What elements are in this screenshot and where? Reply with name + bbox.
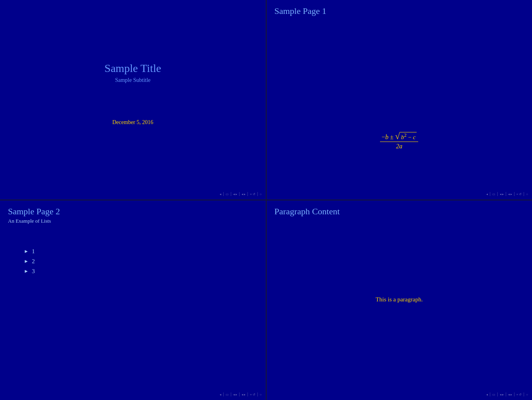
- math-container: −b ± √ b2 − c 2a: [267, 98, 532, 200]
- s3-nav-menu[interactable]: ≡: [250, 393, 252, 396]
- list-item-2-text: 2: [32, 258, 35, 265]
- list-item-3-text: 3: [32, 268, 35, 275]
- slide-1: Sample Title Sample Subtitle December 5,…: [0, 0, 266, 200]
- s3-sep-3: [239, 392, 240, 396]
- slide-4-nav: ◂ ▭ ◂ ▸ ◂ ▸ ≡ ↺ ○: [486, 392, 528, 396]
- nav-right-arr2[interactable]: ▸: [244, 192, 246, 196]
- slide-3: Sample Page 2 An Example of Lists ► 1 ► …: [0, 200, 266, 400]
- s3-nav-left[interactable]: ◂: [220, 393, 221, 396]
- s4-nav-r1[interactable]: ▸: [502, 393, 504, 396]
- nav-loop-icon[interactable]: ↺: [253, 192, 255, 196]
- list-bullet-3: ►: [24, 268, 29, 274]
- nav-menu-icon[interactable]: ≡: [250, 192, 252, 196]
- slide-4-paragraph: This is a paragraph.: [275, 296, 524, 319]
- s3-nav-frame[interactable]: ▭: [226, 393, 229, 396]
- s2-nav-l3[interactable]: ◂: [508, 192, 510, 196]
- s2-nav-loop[interactable]: ↺: [519, 192, 522, 196]
- s3-nav-r1[interactable]: ▸: [236, 393, 237, 396]
- math-denominator: 2a: [394, 142, 404, 150]
- s2-nav-l2[interactable]: ◂: [500, 192, 501, 196]
- nav-sep-3: [239, 192, 240, 196]
- slide-3-footer: ◂ ▭ ◂ ▸ ◂ ▸ ≡ ↺ ○: [0, 389, 266, 400]
- s2-nav-r2[interactable]: ▸: [511, 192, 512, 196]
- slide-4-content: Paragraph Content This is a paragraph.: [267, 200, 532, 400]
- nav-sep-1: [223, 192, 224, 196]
- nav-right-arr1[interactable]: ▸: [236, 192, 237, 196]
- math-fraction: −b ± √ b2 − c 2a: [380, 132, 418, 150]
- slide-4: Paragraph Content This is a paragraph. ◂…: [267, 200, 532, 400]
- s2-sep-3: [506, 192, 506, 196]
- s4-sep-1: [490, 392, 490, 396]
- slide-3-subtitle: An Example of Lists: [8, 218, 258, 224]
- s2-sep-1: [490, 192, 490, 196]
- list-bullet-1: ►: [24, 249, 29, 254]
- slide-1-nav: ◂ ▭ ◂ ▸ ◂ ▸ ≡ ↺ ○: [220, 192, 261, 196]
- slide-2-footer: ◂ ▭ ◂ ▸ ◂ ▸ ≡ ↺ ○: [267, 188, 532, 200]
- math-formula: −b ± √ b2 − c 2a: [380, 132, 418, 150]
- s4-nav-loop[interactable]: ↺: [519, 393, 522, 396]
- s3-sep-5: [257, 392, 258, 396]
- nav-sep-2: [231, 192, 231, 196]
- slide-1-footer: ◂ ▭ ◂ ▸ ◂ ▸ ≡ ↺ ○: [0, 188, 266, 200]
- slide-2: Sample Page 1 −b ± √ b2 − c 2a ◂ ▭ ◂ ▸: [267, 0, 532, 200]
- s4-nav-l2[interactable]: ◂: [500, 393, 501, 396]
- s2-nav-r1[interactable]: ▸: [502, 192, 504, 196]
- slide-3-nav: ◂ ▭ ◂ ▸ ◂ ▸ ≡ ↺ ○: [220, 392, 261, 396]
- slide-3-header: Sample Page 2 An Example of Lists: [8, 206, 258, 224]
- slide-1-date: December 5, 2016: [112, 119, 153, 126]
- s4-nav-frame[interactable]: ▭: [492, 393, 495, 396]
- math-numerator: −b ± √ b2 − c: [380, 132, 418, 142]
- s4-sep-2: [497, 392, 498, 396]
- nav-sep-5: [257, 192, 258, 196]
- sqrt-symbol: √: [395, 132, 400, 141]
- s4-sep-4: [514, 392, 514, 396]
- slide-4-title: Paragraph Content: [275, 206, 524, 217]
- nav-sep-4: [247, 192, 248, 196]
- s3-nav-r2[interactable]: ▸: [244, 393, 246, 396]
- s4-sep-3: [506, 392, 506, 396]
- slide-3-content: Sample Page 2 An Example of Lists ► 1 ► …: [0, 200, 266, 400]
- s2-sep-5: [524, 192, 524, 196]
- slide-2-content: Sample Page 1: [267, 0, 532, 98]
- s2-nav-menu[interactable]: ≡: [516, 192, 518, 196]
- s3-nav-loop[interactable]: ↺: [253, 393, 255, 396]
- list-bullet-2: ►: [24, 258, 29, 264]
- slide-2-title: Sample Page 1: [275, 6, 524, 16]
- s4-nav-circle[interactable]: ○: [526, 393, 528, 396]
- list-items-container: ► 1 ► 2 ► 3: [24, 248, 258, 275]
- slide-4-footer: ◂ ▭ ◂ ▸ ◂ ▸ ≡ ↺ ○: [267, 389, 532, 400]
- nav-left-arrow[interactable]: ◂: [220, 192, 221, 196]
- s4-nav-left[interactable]: ◂: [486, 393, 488, 396]
- s3-sep-4: [247, 392, 248, 396]
- s3-sep-2: [231, 392, 231, 396]
- list-item-1: ► 1: [24, 248, 258, 255]
- nav-frame-icon[interactable]: ▭: [226, 192, 229, 196]
- s2-nav-circle[interactable]: ○: [526, 192, 528, 196]
- slide-1-subtitle: Sample Subtitle: [115, 77, 150, 83]
- nav-left-arr3[interactable]: ◂: [242, 192, 243, 196]
- slide-2-nav: ◂ ▭ ◂ ▸ ◂ ▸ ≡ ↺ ○: [486, 192, 528, 196]
- sqrt-wrapper: √ b2 − c: [395, 132, 417, 141]
- slide-3-title: Sample Page 2: [8, 206, 258, 217]
- list-item-2: ► 2: [24, 258, 258, 265]
- s4-nav-l3[interactable]: ◂: [508, 393, 510, 396]
- slide-1-title: Sample Title: [105, 62, 161, 75]
- list-item-1-text: 1: [32, 248, 35, 255]
- s3-nav-circle[interactable]: ○: [260, 393, 262, 396]
- s2-nav-left[interactable]: ◂: [486, 192, 488, 196]
- list-item-3: ► 3: [24, 268, 258, 275]
- s2-sep-4: [514, 192, 514, 196]
- s2-sep-2: [497, 192, 498, 196]
- s4-sep-5: [524, 392, 524, 396]
- s4-nav-menu[interactable]: ≡: [516, 393, 518, 396]
- nav-circle-icon[interactable]: ○: [260, 192, 262, 196]
- s3-sep-1: [223, 392, 224, 396]
- s3-nav-l3[interactable]: ◂: [242, 393, 243, 396]
- nav-left-arr2[interactable]: ◂: [233, 192, 235, 196]
- s4-nav-r2[interactable]: ▸: [511, 393, 512, 396]
- sqrt-content: b2 − c: [400, 132, 417, 141]
- s2-nav-frame[interactable]: ▭: [492, 192, 495, 196]
- s3-nav-l2[interactable]: ◂: [233, 393, 235, 396]
